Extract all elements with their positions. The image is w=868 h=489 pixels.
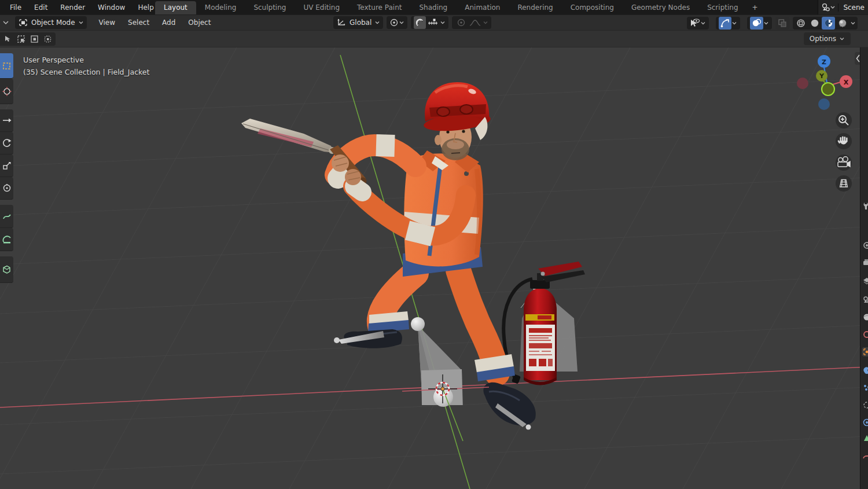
collection-properties-tab-icon[interactable] bbox=[862, 330, 868, 339]
menu-add[interactable]: Add bbox=[156, 17, 182, 28]
editor-type-chevron-icon[interactable] bbox=[1, 18, 10, 27]
menu-select[interactable]: Select bbox=[122, 17, 156, 28]
tab-geometry-nodes[interactable]: Geometry Nodes bbox=[623, 1, 698, 14]
tab-animation[interactable]: Animation bbox=[456, 1, 509, 14]
viewport-canvas[interactable]: Y Z X bbox=[0, 47, 868, 489]
menu-window[interactable]: Window bbox=[91, 2, 131, 13]
tool-settings-bar: Options bbox=[0, 31, 868, 47]
snap-target-selector[interactable] bbox=[426, 16, 440, 29]
gizmo-axis-neg-x[interactable] bbox=[797, 78, 808, 89]
tool-properties-tab-icon[interactable] bbox=[862, 201, 868, 211]
menu-object[interactable]: Object bbox=[182, 17, 217, 28]
mode-label: Object Mode bbox=[28, 19, 78, 27]
show-gizmo-toggle[interactable] bbox=[719, 17, 731, 30]
chevron-down-icon bbox=[700, 20, 706, 26]
gizmo-axis-neg-y[interactable] bbox=[822, 83, 834, 95]
tab-scripting[interactable]: Scripting bbox=[698, 1, 746, 14]
options-button[interactable]: Options bbox=[804, 32, 851, 45]
select-lasso-button[interactable] bbox=[42, 34, 54, 45]
wireframe-sphere-icon bbox=[796, 19, 806, 28]
tab-rendering[interactable]: Rendering bbox=[509, 1, 561, 14]
worker-character-object[interactable] bbox=[241, 82, 536, 425]
topbar: File Edit Render Window Help Layout Mode… bbox=[0, 0, 868, 14]
particle-properties-tab-icon[interactable] bbox=[862, 383, 868, 392]
select-box-button[interactable] bbox=[15, 34, 27, 45]
scene-name-label: Scene bbox=[838, 3, 865, 12]
orientation-label: Global bbox=[347, 19, 374, 27]
gizmo-axis-neg-z[interactable] bbox=[818, 98, 830, 110]
tool-rotate[interactable] bbox=[0, 132, 13, 155]
tab-texture-paint[interactable]: Texture Paint bbox=[348, 1, 410, 14]
select-tweak-button[interactable] bbox=[2, 34, 14, 45]
mode-selector[interactable]: Object Mode bbox=[15, 16, 87, 29]
xray-toggle[interactable] bbox=[775, 17, 789, 30]
scene-selector[interactable]: Scene bbox=[818, 0, 868, 14]
snap-toggle[interactable] bbox=[414, 16, 426, 29]
chevron-down-icon bbox=[849, 20, 856, 26]
proportional-edit-toggle[interactable] bbox=[455, 16, 468, 29]
shading-wireframe-button[interactable] bbox=[794, 17, 807, 30]
proportional-falloff-selector[interactable] bbox=[468, 16, 483, 29]
tool-cursor[interactable] bbox=[0, 79, 13, 104]
pan-button[interactable] bbox=[836, 133, 852, 149]
tool-measure[interactable] bbox=[0, 228, 13, 251]
viewport-header: Object Mode View Select Add Object Globa… bbox=[0, 14, 868, 31]
gizmo-y-label: Y bbox=[819, 72, 825, 80]
menu-edit[interactable]: Edit bbox=[28, 2, 54, 13]
navigation-gizmo[interactable]: Y Z X bbox=[797, 55, 852, 110]
tool-scale[interactable] bbox=[0, 155, 13, 177]
tab-compositing[interactable]: Compositing bbox=[562, 1, 623, 14]
shading-solid-button[interactable] bbox=[808, 17, 821, 30]
tab-layout[interactable]: Layout bbox=[155, 1, 196, 14]
object-properties-tab-icon[interactable] bbox=[862, 347, 868, 356]
constraint-properties-tab-icon[interactable] bbox=[862, 418, 868, 427]
add-workspace-button[interactable]: + bbox=[747, 1, 763, 14]
circle-select-icon bbox=[30, 35, 39, 43]
output-properties-tab-icon[interactable] bbox=[862, 258, 868, 267]
tool-add-cube[interactable] bbox=[0, 256, 13, 283]
object-visibility-selector[interactable] bbox=[687, 17, 709, 30]
menu-render[interactable]: Render bbox=[54, 2, 91, 13]
shading-rendered-button[interactable] bbox=[836, 17, 849, 30]
tool-move[interactable] bbox=[0, 109, 13, 132]
shading-material-button[interactable] bbox=[822, 17, 835, 30]
tab-uv-editing[interactable]: UV Editing bbox=[295, 1, 348, 14]
falloff-curve-icon bbox=[469, 19, 481, 27]
tab-shading[interactable]: Shading bbox=[410, 1, 456, 14]
overlays-icon bbox=[752, 19, 762, 28]
ortho-toggle-button[interactable] bbox=[836, 175, 852, 192]
zoom-button[interactable] bbox=[836, 112, 852, 128]
tool-annotate[interactable] bbox=[0, 205, 13, 228]
transform-orientation-selector[interactable]: Global bbox=[333, 16, 383, 29]
magnet-icon bbox=[415, 19, 424, 27]
chevron-down-icon bbox=[78, 20, 84, 25]
scale-tool-icon bbox=[2, 161, 12, 170]
modifier-properties-tab-icon[interactable] bbox=[862, 366, 868, 375]
light-object-front[interactable] bbox=[411, 317, 463, 407]
active-object-breadcrumb: (35) Scene Collection | Field_Jacket bbox=[23, 66, 149, 78]
view-layer-tab-icon[interactable] bbox=[862, 277, 868, 286]
tool-select-box[interactable] bbox=[0, 53, 13, 79]
chevron-down-icon bbox=[374, 20, 380, 25]
tab-modeling[interactable]: Modeling bbox=[196, 1, 245, 14]
data-properties-tab-icon[interactable] bbox=[862, 434, 868, 443]
world-properties-tab-icon[interactable] bbox=[862, 312, 868, 322]
menu-file[interactable]: File bbox=[3, 2, 28, 13]
select-mode-group bbox=[0, 32, 56, 46]
tool-transform[interactable] bbox=[0, 177, 13, 200]
viewport-nav-buttons bbox=[836, 112, 852, 192]
texture-properties-tab-icon[interactable] bbox=[862, 451, 868, 461]
physics-properties-tab-icon[interactable] bbox=[862, 400, 868, 410]
scene-properties-tab-icon[interactable] bbox=[862, 295, 868, 304]
show-overlays-toggle[interactable] bbox=[750, 17, 763, 30]
gizmo-z-label: Z bbox=[822, 58, 826, 66]
select-circle-button[interactable] bbox=[28, 34, 41, 45]
3d-viewport[interactable]: Y Z X bbox=[0, 47, 868, 489]
camera-view-button[interactable] bbox=[836, 155, 852, 171]
tab-sculpting[interactable]: Sculpting bbox=[245, 1, 295, 14]
proportional-edit-group bbox=[452, 16, 491, 29]
render-properties-tab-icon[interactable] bbox=[862, 241, 868, 250]
pivot-point-selector[interactable] bbox=[387, 16, 407, 29]
menu-view[interactable]: View bbox=[93, 17, 122, 28]
gizmo-icon bbox=[720, 19, 730, 28]
